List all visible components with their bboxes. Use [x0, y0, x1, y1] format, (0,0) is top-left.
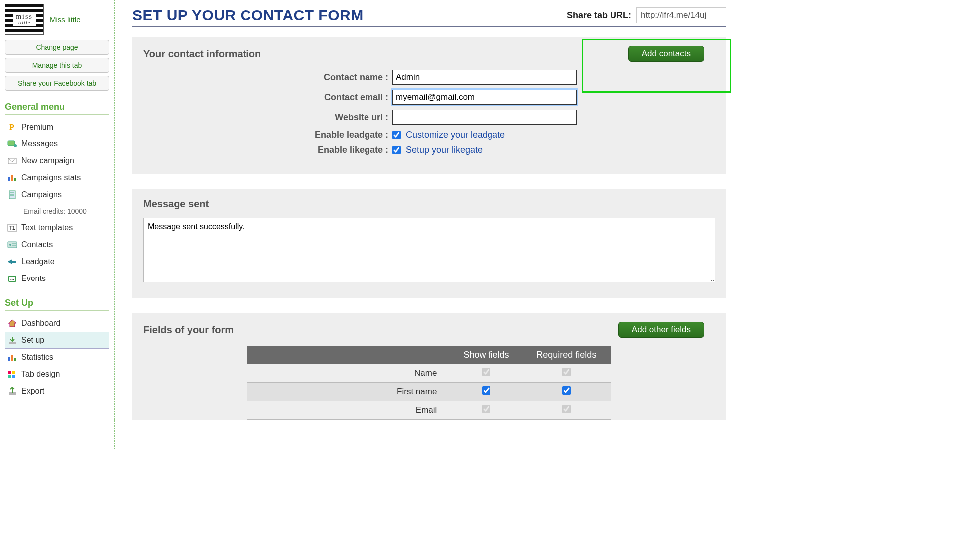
menu-item-export[interactable]: Export — [5, 383, 109, 400]
menu-item-label: Campaigns stats — [21, 173, 81, 182]
svg-rect-4 — [8, 177, 10, 181]
p-icon: P — [7, 123, 17, 132]
menu-item-label: Text templates — [21, 223, 73, 232]
enable-leadgate-label: Enable leadgate : — [143, 130, 392, 140]
field-label: Name — [247, 364, 451, 383]
svg-rect-26 — [12, 371, 15, 374]
svg-point-14 — [9, 244, 11, 246]
svg-rect-28 — [12, 375, 15, 378]
add-other-fields-button[interactable]: Add other fields — [618, 322, 704, 338]
menu-item-label: Premium — [21, 123, 53, 132]
svg-point-2 — [14, 144, 17, 147]
menu-item-dashboard[interactable]: Dashboard — [5, 315, 109, 332]
panel-title-contact: Your contact information — [143, 48, 261, 60]
menu-item-tabdesign[interactable]: Tab design — [5, 366, 109, 383]
menu-item-label: Tab design — [21, 370, 60, 379]
contact-name-input[interactable] — [392, 70, 577, 85]
fields-th-required: Required fields — [522, 346, 611, 364]
menu-item-label: Leadgate — [21, 257, 55, 266]
show-field-checkbox — [482, 405, 490, 413]
message-sent-panel: Message sent — [132, 189, 726, 298]
ev-icon: ••• — [7, 274, 17, 283]
home-icon — [7, 319, 17, 328]
panel-title-message: Message sent — [143, 198, 209, 210]
svg-rect-7 — [9, 191, 15, 199]
share-url-label: Share tab URL: — [567, 10, 631, 21]
menu-item-contacts[interactable]: Contacts — [5, 236, 109, 253]
menu-item-label: Export — [21, 387, 44, 396]
menu-item-label: Dashboard — [21, 319, 60, 328]
svg-rect-21 — [9, 342, 16, 344]
show-field-checkbox — [482, 368, 490, 376]
enable-leadgate-checkbox[interactable] — [392, 131, 401, 139]
menu-item-label: Contacts — [21, 240, 53, 249]
fields-table: Show fields Required fields NameFirst na… — [247, 346, 611, 420]
contact-email-label: Contact email : — [143, 92, 392, 103]
sidebar: misslittle Miss little Change page Manag… — [0, 0, 115, 449]
menu-item-label: Campaigns — [21, 190, 62, 199]
general-menu-heading: General menu — [5, 102, 109, 115]
menu-item-label: Messages — [21, 140, 58, 148]
customize-leadgate-link[interactable]: Customize your leadgate — [406, 130, 505, 140]
table-row: First name — [247, 383, 611, 401]
svg-text:P: P — [9, 123, 14, 131]
svg-rect-24 — [14, 358, 16, 361]
svg-rect-6 — [14, 178, 16, 181]
mail-icon — [7, 156, 17, 165]
menu-item-premium[interactable]: PPremium — [5, 119, 109, 136]
svg-rect-23 — [11, 355, 13, 361]
menu-item-label: Email credits: 10000 — [23, 207, 87, 215]
logo: misslittle — [5, 4, 44, 35]
contact-info-panel: Your contact information Add contacts Co… — [132, 37, 726, 174]
contact-name-label: Contact name : — [143, 72, 392, 83]
menu-item-events[interactable]: •••Events — [5, 270, 109, 287]
change-page-button[interactable]: Change page — [5, 40, 109, 55]
menu-item-leadgate[interactable]: Leadgate — [5, 253, 109, 270]
table-row: Name — [247, 364, 611, 383]
svg-rect-5 — [11, 175, 13, 181]
dl-icon — [7, 336, 17, 345]
svg-rect-22 — [8, 357, 10, 361]
enable-likegate-checkbox[interactable] — [392, 146, 401, 154]
show-field-checkbox[interactable] — [482, 386, 490, 395]
menu-item-label: Statistics — [21, 353, 53, 362]
fields-th-blank — [247, 346, 451, 364]
svg-text:•••: ••• — [10, 278, 14, 281]
svg-rect-17 — [12, 261, 16, 263]
svg-text:T1: T1 — [9, 225, 15, 231]
add-contacts-button[interactable]: Add contacts — [628, 46, 704, 62]
menu-item-campaigns[interactable]: Campaigns — [5, 186, 109, 203]
main-content: SET UP YOUR CONTACT FORM Share tab URL: … — [115, 0, 735, 449]
field-label: First name — [247, 383, 451, 401]
contact-email-input[interactable] — [392, 90, 577, 105]
svg-rect-13 — [8, 242, 17, 248]
menu-item-messages[interactable]: Messages — [5, 136, 109, 152]
share-url-input[interactable] — [636, 7, 726, 23]
manage-tab-button[interactable]: Manage this tab — [5, 58, 109, 73]
menu-item-templates[interactable]: T1Text templates — [5, 219, 109, 236]
menu-item-stats[interactable]: Campaigns stats — [5, 169, 109, 186]
required-field-checkbox[interactable] — [562, 386, 571, 395]
bars-icon — [7, 173, 17, 182]
menu-item-newcamp[interactable]: New campaign — [5, 152, 109, 169]
svg-rect-27 — [8, 375, 11, 378]
tt-icon: T1 — [7, 223, 17, 232]
enable-likegate-label: Enable likegate : — [143, 145, 392, 155]
message-sent-textarea[interactable] — [143, 218, 715, 282]
doc-icon — [7, 190, 17, 199]
menu-item-statistics[interactable]: Statistics — [5, 349, 109, 366]
setup-likegate-link[interactable]: Setup your likegate — [406, 145, 483, 155]
page-title: SET UP YOUR CONTACT FORM — [132, 7, 364, 24]
menu-item-label: Set up — [21, 336, 44, 345]
required-field-checkbox — [562, 405, 571, 413]
menu-item-label: New campaign — [21, 156, 74, 165]
menu-item-setup[interactable]: Set up — [5, 332, 109, 349]
share-fb-tab-button[interactable]: Share your Facebook tab — [5, 76, 109, 91]
horn-icon — [7, 257, 17, 266]
site-name: Miss little — [50, 15, 81, 24]
website-url-input[interactable] — [392, 110, 577, 125]
msg-icon — [7, 140, 17, 148]
table-row: Email — [247, 401, 611, 420]
svg-rect-25 — [8, 371, 11, 374]
fields-panel: Fields of your form Add other fields Sho… — [132, 313, 726, 420]
